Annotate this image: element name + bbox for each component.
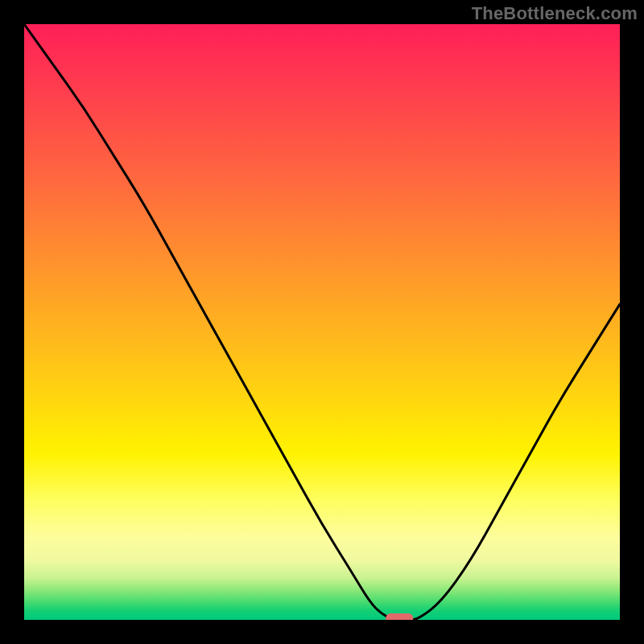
plot-svg: [24, 24, 620, 620]
plot-area: [24, 24, 620, 620]
optimum-marker: [386, 613, 413, 620]
chart-frame: TheBottleneck.com: [0, 0, 644, 644]
watermark-text: TheBottleneck.com: [472, 3, 638, 24]
bottleneck-curve: [24, 24, 620, 620]
